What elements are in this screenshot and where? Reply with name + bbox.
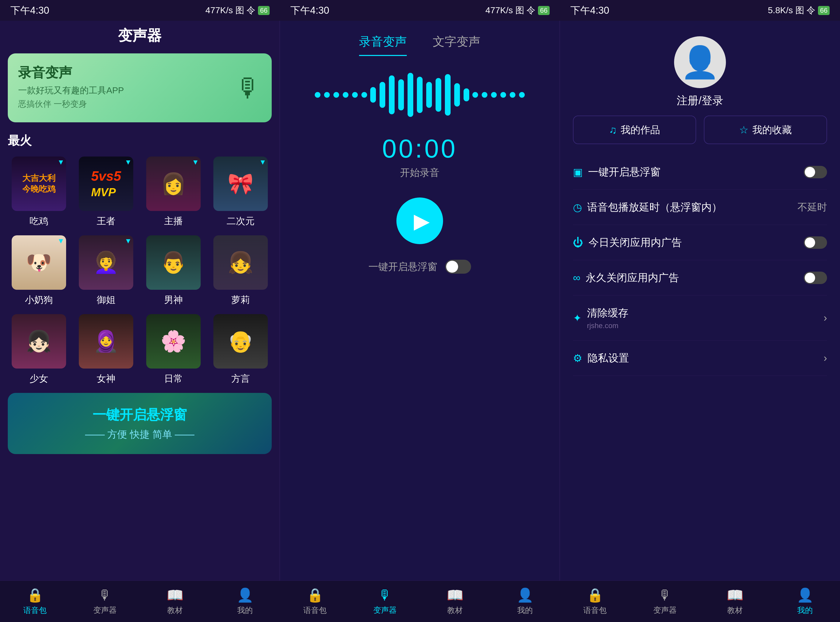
- settings-item-cache-left: ✦ 清除缓存 rjshe.com: [573, 306, 628, 330]
- nav-label-wode-2: 我的: [517, 605, 533, 616]
- label-chiji: 吃鸡: [29, 215, 48, 227]
- avatar[interactable]: 👤: [674, 36, 726, 88]
- grid-item-wangzhe[interactable]: 5vs5MVP ▼ 王者: [75, 157, 137, 227]
- bottom-nav: 🔒 语音包 🎙 变声器 📖 教材 👤 我的 🔒 语音包 🎙 变声器 📖 教材: [0, 581, 840, 622]
- nav-item-bianshen-3[interactable]: 🎙 变声器: [630, 581, 700, 622]
- status-section-1: 下午4:30 477K/s 图 令 66: [0, 0, 280, 21]
- grid-item-nainagou[interactable]: 🐶 ▼ 小奶狗: [8, 235, 70, 306]
- floating-toggle-switch[interactable]: [445, 260, 471, 274]
- timer-area: 00:00 开始录音: [280, 123, 559, 182]
- cache-arrow-icon: ›: [824, 312, 827, 324]
- grid-item-nvsheng[interactable]: 🧕 女神: [75, 314, 137, 385]
- floating-toggle-label: 一键开启悬浮窗: [368, 260, 437, 273]
- settings-forever-ad-toggle[interactable]: [804, 271, 827, 284]
- nav-user-icon-1: 👤: [237, 587, 254, 603]
- grid-item-zhubo[interactable]: 👩 ▼ 主播: [142, 157, 205, 227]
- settings-item-floating: ▣ 一键开启悬浮窗: [573, 154, 827, 190]
- nav-label-jiaocai-3: 教材: [727, 605, 743, 616]
- floating-icon: ▣: [573, 166, 583, 178]
- grid-item-luoli[interactable]: 👧 萝莉: [210, 235, 272, 306]
- nav-item-yuyin-1[interactable]: 🔒 语音包: [0, 581, 70, 622]
- nav-item-wode-3[interactable]: 👤 我的: [770, 581, 840, 622]
- settings-item-today-ad: ⏻ 今日关闭应用内广告: [573, 225, 827, 260]
- bottom-banner-title: 一键开启悬浮窗: [21, 406, 259, 424]
- app-title: 变声器: [8, 21, 272, 53]
- cache-sublabel: rjshe.com: [587, 322, 628, 330]
- label-fangyan: 方言: [231, 372, 250, 385]
- infinity-icon: ∞: [573, 272, 580, 284]
- settings-item-privacy[interactable]: ⚙ 隐私设置 ›: [573, 340, 827, 376]
- tab-text[interactable]: 文字变声: [433, 29, 480, 56]
- nav-label-jiaocai-2: 教材: [447, 605, 463, 616]
- status-icons-2: 477K/s 图 令 66: [485, 5, 550, 16]
- thumb-shaonv: 👧🏻: [12, 314, 66, 369]
- label-nainagou: 小奶狗: [25, 294, 53, 306]
- play-button-area: ▶: [280, 182, 559, 260]
- waveform-bars: [315, 72, 525, 118]
- thumb-chiji: 大吉大利今晚吃鸡 ▼: [12, 157, 66, 211]
- panel-settings: 👤 注册/登录 ♫ 我的作品 ☆ 我的收藏 ▣ 一键开启悬浮窗: [560, 21, 840, 581]
- status-time-2: 下午4:30: [290, 4, 329, 17]
- settings-item-today-ad-left: ⏻ 今日关闭应用内广告: [573, 235, 682, 250]
- thumb-nainagou: 🐶 ▼: [12, 235, 66, 290]
- nav-item-yuyin-2[interactable]: 🔒 语音包: [280, 581, 350, 622]
- grid-item-nanshen[interactable]: 👨 男神: [142, 235, 205, 306]
- nav-user-icon-3: 👤: [797, 587, 814, 603]
- nav-item-wode-1[interactable]: 👤 我的: [210, 581, 280, 622]
- nav-user-icon-2: 👤: [517, 587, 533, 603]
- nav-book-icon-2: 📖: [447, 587, 464, 603]
- label-zhubo: 主播: [164, 215, 183, 227]
- battery-1: 66: [258, 6, 270, 15]
- timer-display: 00:00: [280, 134, 559, 163]
- floating-label: 一键开启悬浮窗: [588, 165, 661, 179]
- settings-item-cache[interactable]: ✦ 清除缓存 rjshe.com ›: [573, 296, 827, 340]
- thumb-fangyan: 👴: [213, 314, 268, 369]
- thumb-nvsheng: 🧕: [79, 314, 133, 369]
- thumb-zhubo: 👩 ▼: [146, 157, 201, 211]
- banner-tagline: 恶搞伙伴 一秒变身: [18, 99, 124, 110]
- nav-label-bianshen-3: 变声器: [653, 605, 677, 616]
- avatar-label[interactable]: 注册/登录: [677, 93, 723, 108]
- tab-recording[interactable]: 录音变声: [359, 29, 407, 56]
- nav-label-yuyin-2: 语音包: [303, 605, 327, 616]
- settings-today-ad-toggle[interactable]: [804, 236, 827, 249]
- toggle-knob: [446, 261, 458, 273]
- nav-item-jiaocai-3[interactable]: 📖 教材: [700, 581, 770, 622]
- cache-label: 清除缓存: [587, 306, 628, 320]
- status-section-3: 下午4:30 5.8K/s 图 令 66: [560, 0, 840, 21]
- my-works-button[interactable]: ♫ 我的作品: [573, 116, 696, 144]
- play-icon: ▶: [414, 209, 430, 233]
- banner-text: 录音变声 一款好玩又有趣的工具APP 恶搞伙伴 一秒变身: [18, 64, 124, 112]
- nav-section-3: 🔒 语音包 🎙 变声器 📖 教材 👤 我的: [560, 581, 840, 622]
- hot-grid-row3: 👧🏻 少女 🧕 女神 🌸 日常: [8, 314, 272, 385]
- grid-item-fangyan[interactable]: 👴 方言: [210, 314, 272, 385]
- nav-lock-icon-1: 🔒: [27, 587, 44, 603]
- badge-erciyuan: ▼: [259, 158, 267, 166]
- nav-label-yuyin-1: 语音包: [23, 605, 47, 616]
- label-wangzhe: 王者: [97, 215, 115, 227]
- badge-yujie: ▼: [125, 237, 132, 245]
- cache-text: 清除缓存 rjshe.com: [587, 306, 628, 330]
- grid-item-chiji[interactable]: 大吉大利今晚吃鸡 ▼ 吃鸡: [8, 157, 70, 227]
- grid-item-erciyuan[interactable]: 🎀 ▼ 二次元: [210, 157, 272, 227]
- nav-item-jiaocai-2[interactable]: 📖 教材: [420, 581, 490, 622]
- status-bar: 下午4:30 477K/s 图 令 66 下午4:30 477K/s 图 令 6…: [0, 0, 840, 21]
- nav-item-wode-2[interactable]: 👤 我的: [490, 581, 560, 622]
- waveform-area: [280, 56, 559, 123]
- play-button[interactable]: ▶: [396, 198, 443, 244]
- settings-floating-toggle[interactable]: [804, 166, 827, 178]
- nav-label-jiaocai-1: 教材: [167, 605, 183, 616]
- nav-item-jiaocai-1[interactable]: 📖 教材: [140, 581, 210, 622]
- settings-today-ad-knob: [805, 238, 815, 248]
- grid-item-yujie[interactable]: 👩‍🦱 ▼ 御姐: [75, 235, 137, 306]
- grid-item-shaonv[interactable]: 👧🏻 少女: [8, 314, 70, 385]
- nav-item-bianshen-1[interactable]: 🎙 变声器: [70, 581, 140, 622]
- grid-item-richang[interactable]: 🌸 日常: [142, 314, 205, 385]
- nav-item-bianshen-2[interactable]: 🎙 变声器: [350, 581, 420, 622]
- banner-subtitle: 一款好玩又有趣的工具APP: [18, 84, 124, 96]
- nav-mic-icon-2: 🎙: [378, 587, 392, 603]
- label-richang: 日常: [164, 372, 183, 385]
- nav-item-yuyin-3[interactable]: 🔒 语音包: [560, 581, 630, 622]
- my-favorites-button[interactable]: ☆ 我的收藏: [704, 116, 827, 144]
- thumb-yujie: 👩‍🦱 ▼: [79, 235, 133, 290]
